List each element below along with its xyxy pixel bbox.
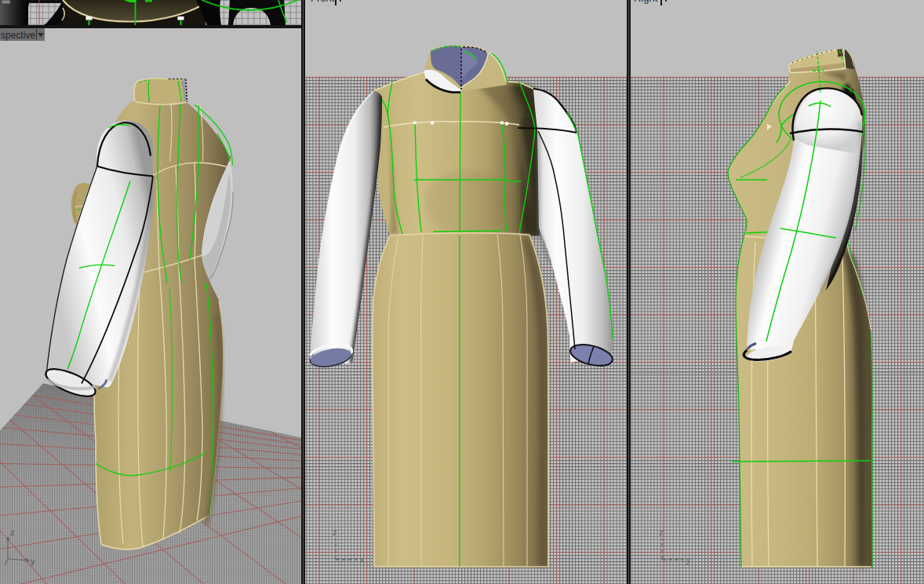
svg-text:z: z <box>10 527 15 537</box>
svg-text:y: y <box>686 555 691 564</box>
svg-text:x: x <box>360 555 365 564</box>
svg-text:y: y <box>31 557 35 566</box>
svg-text:z: z <box>659 527 664 537</box>
svg-text:z: z <box>333 527 337 537</box>
